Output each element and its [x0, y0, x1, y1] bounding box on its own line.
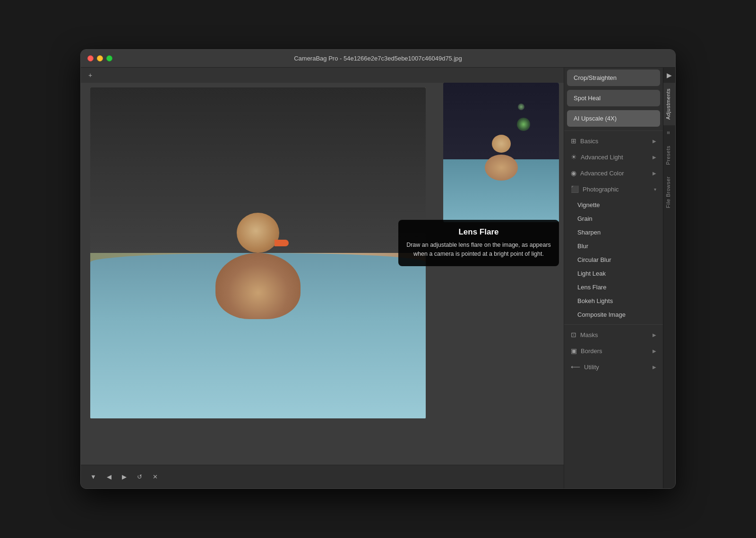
main-image-container: [90, 87, 426, 418]
lens-flare-item[interactable]: Lens Flare: [564, 280, 663, 294]
tooltip-description: Draw an adjustable lens flare on the ima…: [406, 241, 551, 259]
tab-presets[interactable]: Presets: [663, 140, 676, 171]
tab-file-browser[interactable]: File Browser: [663, 171, 676, 214]
panel-divider-2: [564, 324, 663, 325]
close-edit-button[interactable]: ✕: [150, 471, 161, 482]
utility-label: Utility: [584, 364, 599, 371]
tooltip-title: Lens Flare: [406, 227, 551, 237]
expand-icon[interactable]: ▶: [667, 68, 672, 83]
maximize-button[interactable]: [106, 55, 112, 61]
duck-head: [237, 213, 279, 253]
duck-body: [215, 253, 301, 319]
traffic-lights: [87, 55, 112, 61]
circular-blur-item[interactable]: Circular Blur: [564, 253, 663, 267]
photographic-chevron: ▾: [654, 187, 656, 192]
advanced-light-label: Advanced Light: [581, 154, 623, 161]
crop-straighten-button[interactable]: Crop/Straighten: [567, 69, 660, 86]
canvas-area: +: [81, 68, 564, 488]
advanced-color-label: Advanced Color: [580, 170, 624, 177]
photographic-submenu: Vignette Grain Sharpen Blur Circular Blu…: [564, 197, 663, 322]
reset-button[interactable]: ↺: [134, 471, 145, 482]
duck-beak: [275, 240, 289, 246]
dropdown-button[interactable]: ▼: [87, 471, 99, 482]
blur-item[interactable]: Blur: [564, 239, 663, 253]
masks-icon: ⊡: [571, 331, 576, 338]
advanced-light-section[interactable]: ☀ Advanced Light ▶: [564, 149, 663, 165]
window-title: CameraBag Pro - 54e1266e2e7c3ed5ebe1007c…: [294, 55, 462, 62]
thumb-duck-body: [485, 155, 518, 181]
titlebar: CameraBag Pro - 54e1266e2e7c3ed5ebe1007c…: [81, 50, 675, 68]
ai-upscale-button[interactable]: AI Upscale (4X): [567, 110, 660, 127]
borders-section[interactable]: ▣ Borders ▶: [564, 343, 663, 359]
minimize-button[interactable]: [97, 55, 103, 61]
advanced-color-section[interactable]: ◉ Advanced Color ▶: [564, 165, 663, 181]
photographic-section[interactable]: ⬛ Photographic ▾: [564, 181, 663, 197]
borders-label: Borders: [581, 347, 602, 355]
basics-icon: ⊞: [571, 137, 576, 145]
masks-chevron: ▶: [653, 332, 656, 338]
light-leak-item[interactable]: Light Leak: [564, 267, 663, 280]
vignette-item[interactable]: Vignette: [564, 198, 663, 212]
bokeh-lights-item[interactable]: Bokeh Lights: [564, 294, 663, 308]
photographic-label: Photographic: [583, 186, 619, 193]
lens-flare-effect-2: [518, 104, 524, 110]
borders-chevron: ▶: [653, 348, 656, 354]
spot-heal-button[interactable]: Spot Heal: [567, 90, 660, 106]
thumbnail-preview: [443, 83, 559, 222]
lens-flare-effect: [517, 118, 530, 131]
photographic-icon: ⬛: [571, 185, 579, 193]
main-area: +: [81, 68, 675, 488]
grain-item[interactable]: Grain: [564, 212, 663, 226]
utility-chevron: ▶: [653, 364, 656, 370]
advanced-color-chevron: ▶: [653, 171, 656, 176]
tab-adjustments[interactable]: Adjustments: [663, 83, 676, 125]
tooltip-popup: Lens Flare Draw an adjustable lens flare…: [398, 220, 559, 266]
basics-chevron: ▶: [653, 139, 656, 144]
app-window: CameraBag Pro - 54e1266e2e7c3ed5ebe1007c…: [80, 49, 676, 489]
advanced-color-icon: ◉: [571, 169, 576, 177]
hamburger-icon[interactable]: ≡: [663, 125, 676, 140]
masks-section[interactable]: ⊡ Masks ▶: [564, 327, 663, 343]
side-tabs: ▶ Adjustments ≡ Presets File Browser: [663, 68, 675, 488]
advanced-light-chevron: ▶: [653, 155, 656, 160]
basics-label: Basics: [580, 138, 598, 145]
bottom-bar: ▼ ◀ ▶ ↺ ✕: [81, 465, 564, 488]
add-button[interactable]: +: [86, 70, 95, 80]
canvas-toolbar: +: [81, 68, 564, 83]
prev-button[interactable]: ◀: [104, 471, 114, 482]
composite-image-item[interactable]: Composite Image: [564, 308, 663, 321]
panel-divider-1: [564, 130, 663, 131]
thumbnail-image: [443, 83, 559, 222]
utility-section[interactable]: ⟵ Utility ▶: [564, 359, 663, 375]
canvas-content[interactable]: Lens Flare Draw an adjustable lens flare…: [81, 83, 564, 465]
borders-icon: ▣: [571, 347, 577, 355]
next-button[interactable]: ▶: [119, 471, 129, 482]
thumb-duck-head: [492, 135, 511, 153]
close-button[interactable]: [87, 55, 94, 61]
basics-section[interactable]: ⊞ Basics ▶: [564, 133, 663, 149]
utility-icon: ⟵: [571, 363, 580, 371]
masks-label: Masks: [580, 331, 598, 338]
right-panel: Crop/Straighten Spot Heal AI Upscale (4X…: [564, 68, 663, 488]
main-image: [90, 87, 426, 418]
advanced-light-icon: ☀: [571, 153, 577, 161]
sharpen-item[interactable]: Sharpen: [564, 226, 663, 239]
